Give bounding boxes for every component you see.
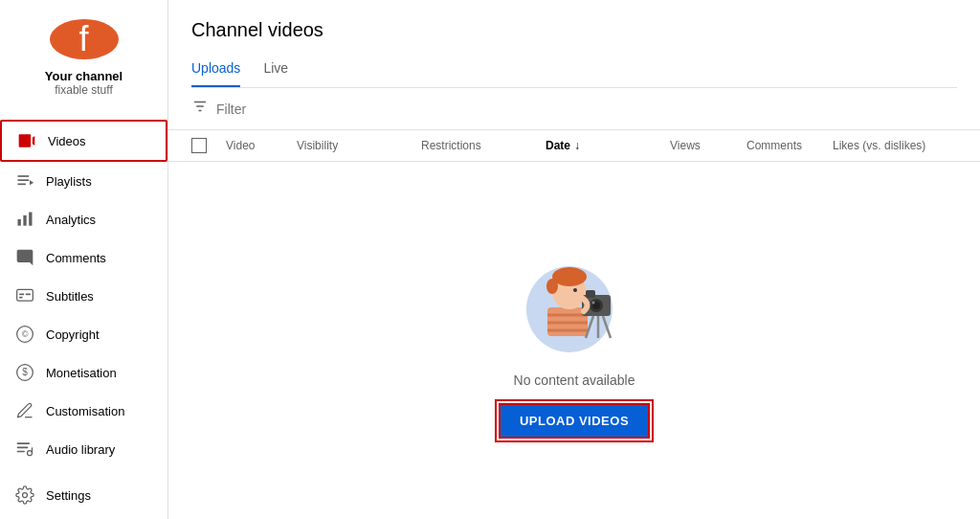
sidebar-item-label-subtitles: Subtitles xyxy=(46,289,94,304)
channel-subtitle: fixable stuff xyxy=(55,83,112,97)
col-restrictions: Restrictions xyxy=(421,139,546,152)
svg-rect-6 xyxy=(18,219,21,226)
sidebar-item-label-audio-library: Audio library xyxy=(46,442,115,457)
main-header: Channel videos Uploads Live xyxy=(168,0,980,88)
svg-point-36 xyxy=(546,279,558,294)
svg-rect-17 xyxy=(17,442,30,444)
svg-point-42 xyxy=(592,302,595,305)
sidebar-item-label-customisation: Customisation xyxy=(46,404,124,418)
copyright-icon: © xyxy=(15,325,34,344)
svg-rect-9 xyxy=(17,289,33,301)
sidebar-item-label-settings: Settings xyxy=(46,488,91,503)
select-all-checkbox[interactable] xyxy=(191,138,207,153)
sidebar-item-label-copyright: Copyright xyxy=(46,327,100,342)
filter-input[interactable] xyxy=(216,102,957,117)
sidebar-item-customisation[interactable]: Customisation xyxy=(0,392,167,430)
col-views: Views xyxy=(670,139,746,152)
svg-text:$: $ xyxy=(22,367,28,377)
sidebar-item-copyright[interactable]: © Copyright xyxy=(0,315,167,353)
svg-marker-1 xyxy=(33,136,35,146)
videos-icon xyxy=(17,131,36,150)
svg-rect-0 xyxy=(19,134,32,147)
sidebar-item-settings[interactable]: Settings xyxy=(0,476,167,514)
svg-point-37 xyxy=(573,288,577,292)
sidebar-item-playlists[interactable]: Playlists xyxy=(0,162,167,200)
subtitles-icon xyxy=(15,286,34,305)
svg-rect-8 xyxy=(29,213,32,226)
svg-rect-18 xyxy=(17,447,29,449)
page-title: Channel videos xyxy=(191,19,957,41)
sidebar-item-label-monetisation: Monetisation xyxy=(46,366,117,380)
sidebar-item-label-analytics: Analytics xyxy=(46,213,96,227)
svg-marker-5 xyxy=(30,180,33,185)
col-likes: Likes (vs. dislikes) xyxy=(833,139,957,152)
filter-icon[interactable] xyxy=(191,98,209,120)
svg-rect-19 xyxy=(17,451,25,453)
tab-uploads[interactable]: Uploads xyxy=(191,53,240,87)
col-comments: Comments xyxy=(746,139,833,152)
col-date[interactable]: Date ↓ xyxy=(546,139,670,152)
empty-illustration xyxy=(517,242,632,357)
analytics-icon xyxy=(15,210,34,229)
sidebar-item-label-playlists: Playlists xyxy=(46,174,92,189)
playlists-icon xyxy=(15,171,34,191)
svg-rect-3 xyxy=(18,179,30,181)
empty-state-text: No content available xyxy=(514,372,635,388)
sidebar-item-label-videos: Videos xyxy=(48,134,86,148)
sidebar: f Your channel fixable stuff Videos Play… xyxy=(0,0,168,519)
customisation-icon xyxy=(15,401,34,420)
svg-rect-12 xyxy=(19,297,22,299)
sidebar-item-monetisation[interactable]: $ Monetisation xyxy=(0,353,167,392)
table-header: Video Visibility Restrictions Date ↓ Vie… xyxy=(168,130,980,162)
tab-live[interactable]: Live xyxy=(263,53,288,87)
sidebar-item-send-feedback[interactable]: Send feedback xyxy=(0,514,167,519)
tab-bar: Uploads Live xyxy=(191,53,957,88)
svg-rect-4 xyxy=(18,184,26,186)
sidebar-item-analytics[interactable]: Analytics xyxy=(0,200,167,238)
svg-rect-39 xyxy=(586,290,595,298)
filter-row xyxy=(168,88,980,130)
monetisation-icon: $ xyxy=(15,363,34,382)
svg-point-22 xyxy=(23,493,28,498)
sidebar-item-audio-library[interactable]: Audio library xyxy=(0,430,167,468)
sidebar-item-label-comments: Comments xyxy=(46,251,106,265)
col-visibility: Visibility xyxy=(297,139,421,152)
col-video: Video xyxy=(226,139,297,152)
svg-text:©: © xyxy=(22,329,29,339)
svg-rect-10 xyxy=(19,294,24,296)
checkbox-header xyxy=(191,138,226,153)
sidebar-item-comments[interactable]: Comments xyxy=(0,238,167,277)
svg-rect-11 xyxy=(26,294,31,296)
comments-icon xyxy=(15,248,34,267)
channel-avatar: f xyxy=(50,19,119,59)
empty-state: No content available UPLOAD VIDEOS xyxy=(168,162,980,519)
sidebar-item-videos[interactable]: Videos xyxy=(0,120,167,162)
audio-library-icon xyxy=(15,440,34,459)
upload-videos-button[interactable]: UPLOAD VIDEOS xyxy=(499,403,650,439)
sort-arrow-icon: ↓ xyxy=(574,139,580,152)
settings-icon xyxy=(15,485,34,505)
sidebar-item-subtitles[interactable]: Subtitles xyxy=(0,277,167,315)
channel-name: Your channel xyxy=(45,69,122,83)
svg-rect-2 xyxy=(18,175,30,177)
svg-rect-7 xyxy=(23,215,26,226)
main-content: Channel videos Uploads Live Video Visibi… xyxy=(168,0,980,519)
svg-point-20 xyxy=(28,451,33,456)
